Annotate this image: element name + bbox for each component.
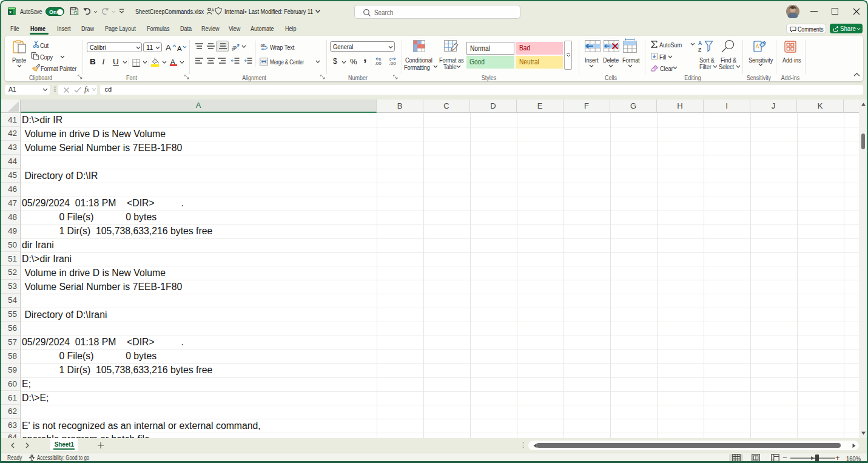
svg-text:ab: ab (261, 43, 266, 47)
svg-text:0: 0 (379, 58, 381, 61)
svg-text:A: A (212, 8, 214, 12)
svg-text:.00: .00 (389, 61, 397, 66)
svg-text:Z: Z (698, 47, 701, 53)
svg-text:0: 0 (389, 58, 391, 61)
svg-text:A: A (698, 40, 702, 46)
svg-text:.00: .00 (375, 61, 382, 66)
svg-text:ab: ab (232, 44, 238, 51)
